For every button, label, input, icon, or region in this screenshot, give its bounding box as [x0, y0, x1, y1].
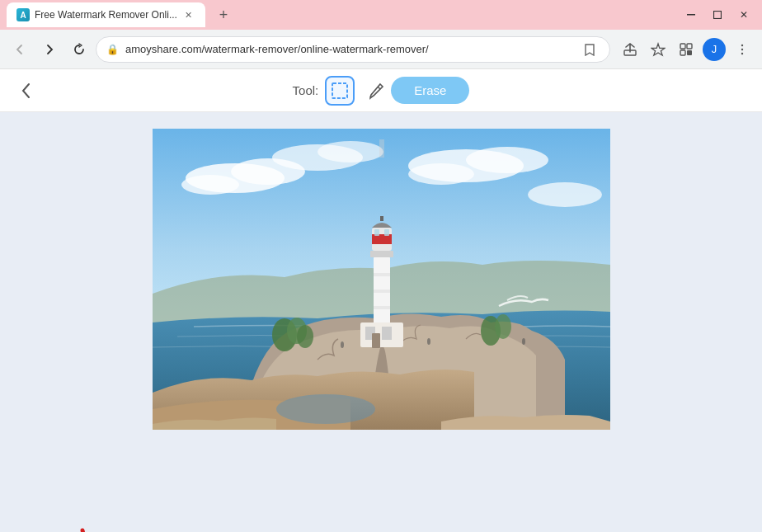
main-content: [0, 112, 762, 532]
url-text: amoyshare.com/watermark-remover/online-w…: [125, 43, 573, 55]
svg-rect-40: [372, 333, 380, 348]
back-nav-button[interactable]: [7, 36, 33, 63]
svg-rect-4: [687, 44, 692, 49]
svg-point-9: [741, 52, 743, 54]
svg-rect-34: [374, 229, 379, 236]
svg-rect-36: [380, 216, 383, 221]
address-bar[interactable]: 🔒 amoyshare.com/watermark-remover/online…: [96, 36, 610, 63]
svg-point-42: [427, 338, 430, 345]
lock-icon: 🔒: [106, 44, 119, 55]
svg-rect-39: [382, 327, 392, 340]
back-button[interactable]: [13, 78, 40, 104]
extensions-icon[interactable]: [673, 36, 699, 63]
svg-rect-6: [687, 50, 692, 55]
tool-label: Tool:: [293, 83, 319, 97]
forward-nav-button[interactable]: [36, 36, 63, 63]
tab-title: Free Watermark Remover Onli...: [35, 9, 177, 21]
svg-point-14: [181, 175, 239, 195]
tab-close-button[interactable]: ✕: [182, 8, 195, 21]
svg-point-8: [741, 48, 743, 49]
app-toolbar: Tool: Erase: [0, 69, 762, 112]
svg-rect-10: [332, 83, 347, 98]
erase-button[interactable]: Erase: [391, 77, 469, 104]
svg-rect-28: [374, 273, 390, 276]
new-tab-button[interactable]: +: [212, 3, 235, 26]
image-container: [153, 129, 610, 433]
svg-rect-30: [374, 306, 390, 309]
svg-rect-1: [714, 12, 722, 19]
svg-rect-0: [687, 14, 695, 16]
window-controls: ✕: [680, 3, 755, 26]
brush-tool-button[interactable]: [361, 76, 391, 106]
minimize-button[interactable]: [680, 3, 703, 26]
titlebar: A Free Watermark Remover Onli... ✕ + ✕: [0, 0, 762, 30]
svg-rect-45: [379, 139, 384, 158]
menu-button[interactable]: [729, 36, 755, 63]
svg-point-25: [495, 314, 511, 339]
bookmark-icon[interactable]: [580, 40, 600, 59]
tool-group: Tool:: [293, 76, 392, 106]
svg-point-44: [276, 394, 375, 424]
svg-rect-5: [680, 50, 685, 55]
maximize-button[interactable]: [706, 3, 729, 26]
refresh-button[interactable]: [66, 36, 92, 63]
svg-point-41: [341, 341, 344, 348]
svg-rect-35: [384, 229, 389, 236]
svg-point-23: [297, 325, 313, 348]
share-icon[interactable]: [617, 36, 643, 63]
svg-rect-3: [680, 44, 685, 49]
svg-point-17: [408, 163, 474, 185]
svg-point-20: [318, 141, 383, 162]
lighthouse-image: [153, 129, 610, 430]
svg-point-43: [522, 338, 525, 345]
svg-point-16: [466, 147, 548, 173]
svg-rect-31: [370, 251, 393, 257]
profile-avatar: J: [703, 38, 726, 61]
address-actions: [580, 40, 600, 59]
close-button[interactable]: ✕: [732, 3, 755, 26]
svg-rect-29: [374, 290, 390, 293]
svg-point-18: [528, 182, 602, 207]
favicon: A: [16, 8, 30, 21]
browser-toolbar: 🔒 amoyshare.com/watermark-remover/online…: [0, 30, 762, 69]
toolbar-icons: J: [617, 36, 755, 63]
rectangle-tool-button[interactable]: [325, 76, 355, 106]
star-icon[interactable]: [645, 36, 671, 63]
profile-button[interactable]: J: [701, 36, 727, 63]
svg-point-7: [741, 44, 743, 45]
browser-tab[interactable]: A Free Watermark Remover Onli... ✕: [7, 2, 205, 27]
